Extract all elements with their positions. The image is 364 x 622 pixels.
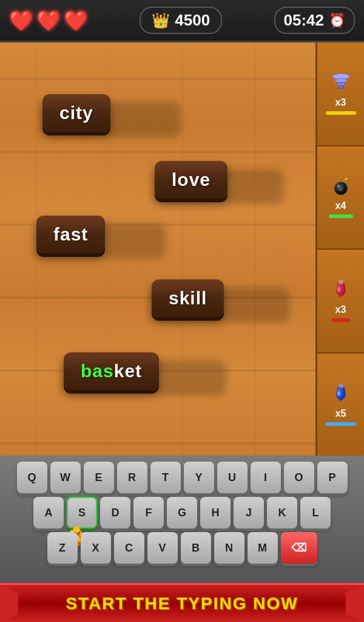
key-E[interactable]: E [84,462,114,493]
key-K[interactable]: K [267,497,297,528]
bomb-bar [329,214,353,218]
svg-point-2 [337,83,345,86]
key-N[interactable]: N [214,532,244,564]
potion-red-count: x3 [335,304,346,315]
key-backspace[interactable]: ⌫ [281,532,317,564]
bomb-icon: ☠ [331,177,351,199]
word-tile-city[interactable]: city [42,94,110,132]
basket-rest: ket [114,361,142,381]
potion-red-bar [332,318,350,322]
crown-icon: 👑 [152,12,170,29]
key-W[interactable]: W [50,462,81,493]
svg-rect-11 [339,283,343,284]
svg-text:☠: ☠ [338,185,343,192]
svg-point-3 [338,86,343,89]
svg-point-13 [337,392,340,395]
tile-text-city: city [59,103,93,123]
key-J[interactable]: J [234,497,264,528]
keyboard-area: Q W E R T Y U I O P A S 🫵 D F G H J K L … [0,456,364,583]
power-potion-red[interactable]: x3 [317,250,364,354]
word-tile-basket[interactable]: basket [64,352,159,390]
key-D[interactable]: D [100,497,130,528]
word-tile-fast[interactable]: fast [36,216,105,253]
sidebar: x3 [315,43,364,456]
tile-text-fast: fast [53,224,88,244]
key-B[interactable]: B [181,532,211,564]
key-row-2: A S 🫵 D F G H J K L [4,497,360,528]
svg-rect-12 [339,384,343,388]
tornado-count: x3 [335,97,346,108]
tile-text-basket: basket [81,361,142,381]
alarm-icon: ⏰ [329,13,345,29]
heart-2: ❤️ [36,9,61,32]
power-bomb[interactable]: ☠ x4 [317,146,364,250]
key-V[interactable]: V [147,532,178,564]
svg-rect-9 [339,280,343,284]
key-F[interactable]: F [133,497,164,528]
svg-point-1 [334,78,346,83]
potion-red-icon [332,279,349,302]
word-tile-love[interactable]: love [155,161,228,199]
potion-blue-icon [332,383,349,406]
key-S[interactable]: S 🫵 [67,497,97,528]
hearts-container: ❤️ ❤️ ❤️ [9,9,88,32]
key-row-1: Q W E R T Y U I O P [4,462,360,493]
key-M[interactable]: M [248,532,278,564]
svg-point-10 [337,289,340,292]
word-tile-skill[interactable]: skill [152,279,224,317]
key-Q[interactable]: Q [17,462,47,493]
potion-blue-count: x5 [335,408,346,419]
bomb-count: x4 [335,200,346,211]
game-area: city love fast skill basket [0,43,364,456]
heart-3: ❤️ [64,9,88,32]
start-banner[interactable]: START THE TYPING NOW [0,583,364,622]
key-Z[interactable]: Z [47,532,78,564]
timer-area: 05:42 ⏰ [274,7,356,34]
tornado-icon [331,72,351,95]
score-area: 👑 4500 [140,7,222,34]
key-row-3: Z X C V B N M ⌫ [4,532,360,564]
key-L[interactable]: L [300,497,331,528]
key-H[interactable]: H [200,497,231,528]
banner-text: START THE TYPING NOW [66,594,298,613]
tile-text-love: love [172,169,211,190]
potion-blue-bar [326,422,356,426]
wood-board: city love fast skill basket [0,43,315,456]
key-G[interactable]: G [167,497,197,528]
key-O[interactable]: O [284,462,314,493]
power-potion-blue[interactable]: x5 [317,354,364,456]
key-U[interactable]: U [217,462,248,493]
key-P[interactable]: P [317,462,348,493]
key-A[interactable]: A [33,497,64,528]
key-C[interactable]: C [114,532,144,564]
key-R[interactable]: R [117,462,147,493]
tornado-bar [326,111,356,115]
svg-rect-14 [339,387,343,388]
key-T[interactable]: T [150,462,181,493]
timer-value: 05:42 [284,11,325,30]
key-X[interactable]: X [81,532,111,564]
score-value: 4500 [175,11,210,30]
key-Y[interactable]: Y [184,462,214,493]
heart-1: ❤️ [9,9,33,32]
power-tornado[interactable]: x3 [317,43,364,146]
tile-text-skill: skill [169,288,207,308]
top-bar: ❤️ ❤️ ❤️ 👑 4500 05:42 ⏰ [0,0,364,43]
key-I[interactable]: I [251,462,281,493]
basket-highlight: bas [81,361,114,381]
